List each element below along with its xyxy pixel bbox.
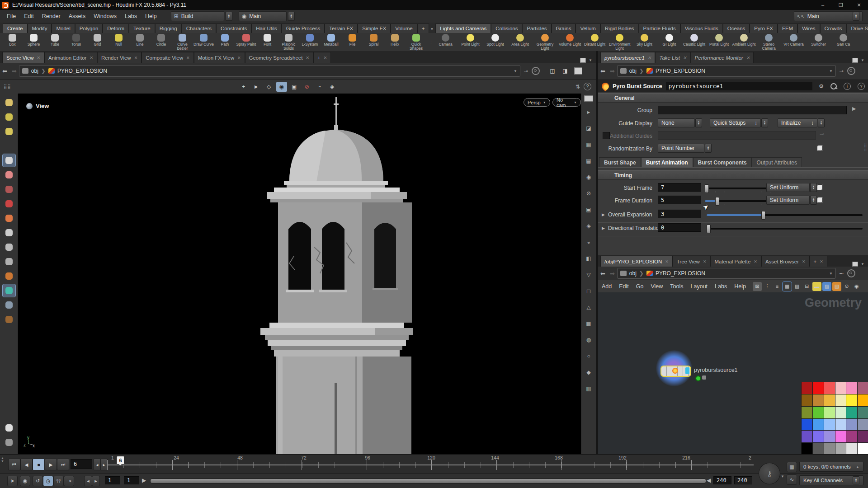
pane-tab[interactable]: Tree View✕ [673, 256, 711, 267]
menu-item[interactable]: View [647, 283, 666, 290]
shelf-tab[interactable]: Crowds [820, 23, 847, 33]
pane-tab[interactable]: Asset Browser✕ [761, 256, 810, 267]
pane-maximize-icon[interactable] [852, 262, 858, 267]
palette-swatch[interactable] [802, 407, 812, 418]
node-name-field[interactable]: pyroburstsource1 [666, 82, 812, 90]
menu-item[interactable]: Edit [20, 13, 38, 19]
play-forward-button[interactable]: ▶ [45, 459, 57, 470]
select-keys-icon[interactable]: ➤ [7, 476, 18, 486]
shelf-tab[interactable]: Modify [28, 23, 52, 33]
initialize-spinner[interactable] [818, 118, 825, 127]
palette-swatch[interactable] [835, 419, 846, 431]
palette-swatch[interactable] [813, 407, 824, 418]
shelf-tool[interactable]: Platonic Solids [278, 33, 299, 51]
shelf-tab[interactable]: Particles [522, 23, 551, 33]
display-option-icon[interactable]: ◍ [584, 335, 594, 345]
shelf-tab[interactable]: Rigid Bodies [600, 23, 639, 33]
network-editor[interactable]: Geometry pyroburstsource1 [598, 292, 868, 454]
pane-tab[interactable]: Scene View✕ [2, 52, 44, 63]
display-option-icon[interactable]: ▣ [584, 205, 594, 215]
main-take-selector[interactable]: ◉ Main [239, 11, 287, 21]
next-keyframe-button[interactable]: ▸ [100, 459, 108, 470]
guide-display-spinner[interactable] [695, 118, 702, 127]
palette-swatch[interactable] [835, 382, 846, 394]
menu-item[interactable]: Go [632, 283, 647, 290]
timeline-collapse-icons[interactable]: ▲▼ [1, 456, 4, 463]
shelf-tab[interactable]: Drive Simulation [847, 23, 868, 33]
pane-tab[interactable]: Geometry Spreadsheet✕ [245, 52, 313, 63]
shelf-tool[interactable]: Spot Light [483, 33, 508, 51]
palette-swatch[interactable] [846, 407, 857, 418]
palette-swatch[interactable] [813, 419, 824, 431]
back-icon[interactable]: ⬅ [0, 68, 9, 75]
pin-icon[interactable]: ⊸ [840, 68, 844, 74]
shelf-tab[interactable]: + [417, 23, 429, 33]
playback-range-slider[interactable] [150, 479, 706, 483]
overall-expansion-input[interactable]: 3 [658, 210, 701, 218]
toolbox-tool-icon[interactable] [3, 183, 15, 196]
network-tool-icon[interactable]: ▬ [812, 282, 821, 291]
viewport-tool-icon[interactable]: ◔ [314, 82, 325, 92]
close-tab-icon[interactable]: ✕ [820, 259, 823, 264]
pin-icon[interactable]: ⊸ [524, 68, 528, 74]
pane-menu-icon[interactable]: ▼ [861, 262, 864, 266]
palette-swatch[interactable] [846, 443, 857, 454]
network-path-field[interactable]: obj ❯ PYRO_EXPLOSION ▼ [617, 268, 836, 279]
toolbox-tool-icon[interactable] [3, 241, 15, 253]
menu-item[interactable]: Labs [121, 13, 141, 19]
palette-swatch[interactable] [858, 431, 868, 442]
path-dropdown-icon[interactable]: ▼ [829, 69, 833, 73]
prev-keyframe-button[interactable]: ◂ [94, 459, 101, 470]
toolbox-tool-icon[interactable] [3, 111, 15, 123]
shelf-tab[interactable]: Grains [552, 23, 576, 33]
playhead[interactable]: 6 [116, 456, 125, 465]
shelf-tool[interactable]: Grid [87, 33, 108, 51]
palette-swatch[interactable] [813, 382, 824, 394]
shelf-tab[interactable]: Volume [391, 23, 417, 33]
range-slider-right-arrow[interactable]: ◀ [707, 477, 711, 483]
shelf-tab[interactable]: Hair Utils [251, 23, 282, 33]
right-selector-spinner[interactable] [853, 12, 859, 21]
shelf-tool[interactable]: Stereo Camera [756, 33, 781, 51]
set-uniform-spinner[interactable] [810, 183, 817, 192]
display-option-icon[interactable]: △ [584, 302, 594, 312]
back-icon[interactable]: ⬅ [598, 270, 608, 277]
dice-icon[interactable] [817, 197, 823, 203]
stop-button[interactable]: ■ [33, 459, 45, 470]
path-dropdown-icon[interactable]: ▼ [829, 272, 833, 276]
range-start-field[interactable]: 1 [105, 476, 120, 484]
pane-maximize-icon[interactable] [580, 58, 586, 63]
tick-display-icon[interactable]: ⫯⫯ [53, 476, 64, 486]
gear-icon[interactable]: ⚙ [819, 83, 824, 89]
key-mode-select[interactable]: Key All Channels [799, 475, 863, 485]
info-icon[interactable]: i [844, 83, 851, 90]
main-take-spinner[interactable] [288, 12, 295, 21]
snapshot-bar-icon[interactable] [584, 95, 593, 102]
shelf-tool[interactable]: Font [257, 33, 278, 51]
menu-item[interactable]: Assets [65, 13, 90, 19]
shelf-tab[interactable]: Simple FX [358, 23, 391, 33]
palette-swatch[interactable] [824, 431, 835, 442]
toolbox-tool-icon[interactable] [3, 96, 15, 109]
shelf-tool[interactable]: Tube [44, 33, 66, 51]
viewport-tool-icon[interactable]: ◇ [264, 82, 274, 92]
palette-swatch[interactable] [802, 382, 812, 394]
path-node[interactable]: PYRO_EXPLOSION [656, 270, 705, 277]
menu-item[interactable]: Help [731, 283, 750, 290]
display-option-icon[interactable]: ▸ [584, 107, 594, 117]
toolbox-tool-icon[interactable] [3, 255, 15, 268]
param-subtab[interactable]: Output Attributes [752, 157, 802, 167]
node-lock-badge[interactable] [702, 375, 706, 380]
close-tab-icon[interactable]: ✕ [703, 259, 707, 264]
forward-icon[interactable]: ➡ [608, 270, 617, 277]
menu-item[interactable]: Tools [666, 283, 687, 290]
back-icon[interactable]: ⬅ [598, 68, 608, 75]
path-dropdown-icon[interactable]: ▼ [514, 69, 517, 73]
close-button[interactable]: ✕ [850, 0, 868, 10]
desktop-selector[interactable]: ⊞ Build [171, 11, 224, 21]
minimize-button[interactable]: – [814, 0, 832, 10]
key-mode-spinner[interactable] [853, 476, 859, 484]
realtime-icon[interactable]: ↺ [33, 476, 43, 486]
general-section-header[interactable]: General [598, 93, 868, 103]
timeline-ruler[interactable]: 1244872961201441681922162 6 [107, 455, 754, 474]
